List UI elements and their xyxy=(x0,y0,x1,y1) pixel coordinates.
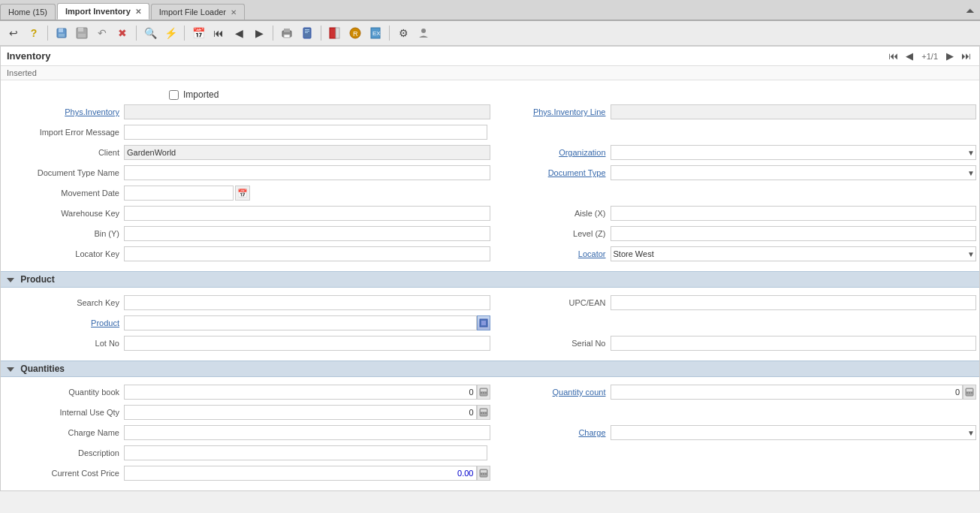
svg-rect-35 xyxy=(483,412,484,414)
nav-last-page-button[interactable]: ⏭ xyxy=(959,50,973,62)
svg-rect-39 xyxy=(481,473,482,475)
save-button[interactable] xyxy=(53,24,71,42)
current-cost-price-calc-button[interactable] xyxy=(477,466,490,481)
movement-date-row: Movement Date 📅 xyxy=(4,184,976,202)
svg-point-19 xyxy=(421,29,426,33)
organization-select[interactable] xyxy=(611,145,977,160)
movement-date-calendar-icon[interactable]: 📅 xyxy=(235,186,250,201)
level-input[interactable] xyxy=(611,226,977,241)
doc-type-label[interactable]: Document Type xyxy=(490,168,611,177)
export-button[interactable]: EX xyxy=(366,24,384,42)
client-label: Client xyxy=(4,148,124,157)
quantity-count-label[interactable]: Quantity count xyxy=(490,388,611,397)
filter-button[interactable]: ⚡ xyxy=(161,24,179,42)
tab-import-file-loader-close[interactable]: ✕ xyxy=(231,8,237,17)
quantities-collapse-icon xyxy=(7,367,14,372)
settings-button[interactable]: ⚙ xyxy=(394,24,412,42)
form-area: Imported Phys.Inventory Phys.Inventory L… xyxy=(1,80,979,271)
search-button[interactable]: 🔍 xyxy=(141,24,159,42)
locator-label[interactable]: Locator xyxy=(490,249,611,258)
nav-next-button[interactable]: ▶ xyxy=(250,24,268,42)
help-button[interactable]: ? xyxy=(25,24,43,42)
locator-key-input[interactable] xyxy=(124,246,490,261)
internal-use-qty-calc-button[interactable] xyxy=(477,405,490,420)
charge-label[interactable]: Charge xyxy=(490,428,611,437)
calendar-button[interactable]: 📅 xyxy=(189,24,207,42)
aisle-input[interactable] xyxy=(611,206,977,221)
product-section-title: Product xyxy=(20,274,54,285)
print-button[interactable] xyxy=(278,24,296,42)
import-error-input[interactable] xyxy=(124,125,487,140)
tab-import-inventory[interactable]: Import Inventory ✕ xyxy=(57,3,149,20)
svg-rect-33 xyxy=(481,409,487,412)
svg-rect-36 xyxy=(485,412,487,414)
tab-home[interactable]: Home (15) xyxy=(0,4,56,20)
phys-inventory-line-label[interactable]: Phys.Inventory Line xyxy=(490,107,611,116)
upc-ean-input[interactable] xyxy=(611,295,977,310)
product-input[interactable] xyxy=(124,315,477,330)
tab-bar: Home (15) Import Inventory ✕ Import File… xyxy=(0,0,980,21)
current-cost-price-label: Current Cost Price xyxy=(4,469,124,478)
quantity-count-calc-button[interactable] xyxy=(963,385,976,400)
doc-type-select[interactable] xyxy=(611,165,977,180)
lot-no-input[interactable] xyxy=(124,336,490,351)
search-key-label: Search Key xyxy=(4,298,124,307)
search-key-input[interactable] xyxy=(124,295,490,310)
product-collapse-icon xyxy=(7,278,14,282)
serial-no-input[interactable] xyxy=(611,336,977,351)
nav-prev-button[interactable]: ◀ xyxy=(230,24,248,42)
product-section-header[interactable]: Product xyxy=(1,271,979,288)
quantity-row: Quantity book Quantity count xyxy=(4,383,976,401)
svg-rect-34 xyxy=(481,412,482,414)
phys-inventory-input[interactable] xyxy=(124,104,490,119)
phys-inventory-label[interactable]: Phys.Inventory xyxy=(4,107,124,116)
tab-import-inventory-close[interactable]: ✕ xyxy=(135,8,141,16)
back-button[interactable]: ↩ xyxy=(5,24,23,42)
warehouse-key-input[interactable] xyxy=(124,206,490,221)
attach-button[interactable] xyxy=(298,24,316,42)
movement-date-input[interactable] xyxy=(124,186,234,201)
save-new-button[interactable] xyxy=(73,24,91,42)
user-button[interactable] xyxy=(415,24,433,42)
current-cost-price-input[interactable] xyxy=(124,466,477,481)
product-lookup-button[interactable] xyxy=(477,315,490,330)
phys-inventory-line-input[interactable] xyxy=(611,104,977,119)
report2-button[interactable]: R xyxy=(346,24,364,42)
tab-import-file-loader[interactable]: Import File Loader ✕ xyxy=(151,4,245,20)
svg-rect-40 xyxy=(483,473,484,475)
quantities-section-header[interactable]: Quantities xyxy=(1,361,979,377)
svg-rect-41 xyxy=(485,473,487,475)
imported-checkbox[interactable] xyxy=(169,90,179,100)
upc-ean-label: UPC/EAN xyxy=(490,298,611,307)
nav-prev-page-button[interactable]: ◀ xyxy=(903,50,915,62)
nav-first-page-button[interactable]: ⏮ xyxy=(886,50,900,62)
nav-next-page-button[interactable]: ▶ xyxy=(944,50,956,62)
quantity-book-calc-button[interactable] xyxy=(477,385,490,400)
nav-first-button[interactable]: ⏮ xyxy=(210,24,228,42)
page-counter: +1/1 xyxy=(921,52,938,61)
locator-select[interactable]: Store West xyxy=(611,246,977,261)
organization-label[interactable]: Organization xyxy=(490,148,611,157)
svg-rect-7 xyxy=(284,29,290,32)
report1-button[interactable] xyxy=(326,24,344,42)
quantity-book-label: Quantity book xyxy=(4,388,124,397)
undo-button[interactable]: ↶ xyxy=(93,24,111,42)
internal-use-qty-input[interactable] xyxy=(124,405,477,420)
quantity-book-input[interactable] xyxy=(124,385,477,400)
main-content: Inventory ⏮ ◀ +1/1 ▶ ⏭ Inserted Imported… xyxy=(0,46,980,491)
charge-name-input[interactable] xyxy=(124,425,490,440)
collapse-tabs-icon[interactable]: ⏶ xyxy=(965,5,975,17)
delete-button[interactable]: ✖ xyxy=(113,24,131,42)
tab-home-label: Home (15) xyxy=(8,8,47,17)
quantity-count-input[interactable] xyxy=(611,385,963,400)
doc-type-name-input[interactable] xyxy=(124,165,490,180)
search-key-row: Search Key UPC/EAN xyxy=(4,294,976,312)
lot-no-label: Lot No xyxy=(4,339,124,348)
bin-input[interactable] xyxy=(124,226,490,241)
svg-rect-14 xyxy=(336,28,339,38)
description-input[interactable] xyxy=(124,445,487,460)
product-label[interactable]: Product xyxy=(4,318,124,327)
charge-name-row: Charge Name Charge ▼ xyxy=(4,424,976,442)
client-input[interactable] xyxy=(124,145,490,160)
charge-select[interactable] xyxy=(611,425,977,440)
